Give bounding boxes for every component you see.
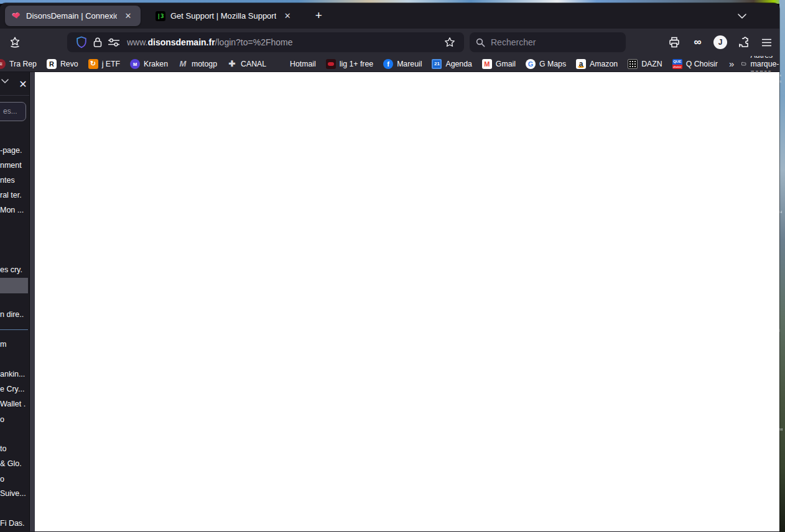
- sidebar-bookmark-item[interactable]: ankin...: [0, 370, 30, 379]
- relay-infinity-button[interactable]: ∞: [688, 33, 707, 52]
- revolut-icon: R: [47, 59, 57, 69]
- hamburger-menu-icon: [761, 39, 772, 47]
- bookmark-page-star-icon[interactable]: [442, 34, 458, 50]
- sidebar-bookmark-item[interactable]: m: [0, 340, 30, 349]
- sidebar-bookmark-item[interactable]: e Cry...: [0, 385, 30, 394]
- sidebar-bookmark-item[interactable]: es cry.: [0, 265, 30, 275]
- app-menu-button[interactable]: [757, 33, 776, 52]
- google-calendar-icon: 21: [432, 59, 442, 69]
- tab-bar: ❤ DisonsDemain | Connexion ✕ |3 Get Supp…: [0, 3, 779, 29]
- url-text[interactable]: www.disonsdemain.fr/login?to=%2Fhome: [127, 37, 442, 47]
- bookmarks-sidebar: ✕ es... -page. nment ntes ral ter. Mon .…: [0, 72, 30, 531]
- sidebar-bookmark-item[interactable]: Fi Das.: [0, 519, 30, 528]
- bookmark-hotmail[interactable]: Hotmail: [271, 57, 321, 71]
- bookmark-mareuil[interactable]: fMareuil: [378, 57, 427, 71]
- sidebar-splitter[interactable]: [30, 72, 35, 531]
- sidebar-bookmark-item[interactable]: ntes: [0, 176, 30, 185]
- gmail-icon: M: [482, 59, 492, 69]
- bookmark-label: Mareuil: [397, 60, 422, 68]
- bookmark-dazn[interactable]: DAZN: [623, 57, 667, 71]
- bookmark-justetf[interactable]: ↻j ETF: [83, 57, 125, 71]
- infinity-icon: ∞: [694, 36, 700, 48]
- wallpaper-text-fragment: H: [779, 210, 785, 214]
- sidebar-bookmark-item[interactable]: nment: [0, 161, 30, 170]
- bookmarks-menu-button[interactable]: [6, 33, 24, 52]
- tab-mozilla-support[interactable]: |3 Get Support | Mozilla Support ✕: [149, 6, 300, 26]
- sidebar-bookmark-item[interactable]: ral ter.: [0, 191, 30, 200]
- kraken-icon: ᴍ: [130, 59, 140, 69]
- bookmark-ligue1-free[interactable]: lig 1+ free: [321, 57, 378, 71]
- sidebar-bookmark-item[interactable]: to: [0, 444, 30, 454]
- ligue1-icon: [326, 59, 336, 69]
- facebook-icon: f: [383, 59, 393, 69]
- print-button[interactable]: [665, 33, 684, 52]
- motogp-icon: M: [178, 59, 188, 69]
- puzzle-piece-icon: [738, 37, 750, 48]
- other-bookmarks-button[interactable]: Autres marque-pages: [740, 56, 779, 72]
- bookmark-gmail[interactable]: MGmail: [477, 57, 521, 71]
- bookmark-google-maps[interactable]: GG Maps: [521, 57, 571, 71]
- tab-close-icon[interactable]: ✕: [281, 10, 294, 22]
- account-button[interactable]: J: [711, 33, 730, 52]
- sidebar-bookmark-item[interactable]: Suive...: [0, 489, 30, 498]
- justetf-icon: ↻: [88, 59, 98, 69]
- wallpaper-text-fragment: lt: [779, 80, 785, 83]
- bookmark-label: Tra Rep: [9, 60, 37, 68]
- sidebar-search-input[interactable]: es...: [0, 102, 26, 121]
- lock-icon[interactable]: [90, 34, 106, 50]
- bookmark-label: j ETF: [102, 60, 120, 68]
- sidebar-close-button[interactable]: ✕: [16, 77, 30, 91]
- sidebar-bookmark-item[interactable]: Mon ...: [0, 206, 30, 215]
- tracking-protection-shield-icon[interactable]: [73, 34, 90, 50]
- sidebar-bookmark-item[interactable]: o: [0, 475, 30, 484]
- bookmark-amazon[interactable]: aAmazon: [571, 57, 623, 71]
- bookmark-kraken[interactable]: ᴍKraken: [125, 57, 173, 71]
- chevron-down-icon: [1, 79, 9, 83]
- sidebar-bookmark-item[interactable]: Wallet .: [0, 400, 30, 409]
- sidebar-switcher-button[interactable]: [1, 79, 9, 83]
- bookmark-label: motogp: [192, 60, 217, 68]
- bookmark-label: Q Choisir: [686, 60, 718, 68]
- bookmark-label: Hotmail: [290, 60, 316, 68]
- bookmark-label: Gmail: [496, 60, 516, 68]
- sidebar-selected-item[interactable]: [0, 278, 28, 293]
- sidebar-bookmark-item[interactable]: n dire..: [0, 310, 30, 319]
- tab-disonsdemain[interactable]: ❤ DisonsDemain | Connexion ✕: [5, 6, 141, 26]
- bookmark-canal-plus[interactable]: ✚CANAL: [222, 57, 271, 71]
- que-choisir-icon: QUEchoisir: [672, 59, 682, 69]
- bookmark-que-choisir[interactable]: QUEchoisirQ Choisir: [667, 57, 723, 71]
- dazn-icon: [628, 59, 638, 69]
- extensions-button[interactable]: [734, 33, 753, 52]
- trade-republic-icon: ≈: [0, 59, 6, 69]
- bookmarks-overflow-button[interactable]: »: [723, 58, 740, 69]
- bookmark-agenda[interactable]: 21Agenda: [427, 57, 476, 71]
- heart-favicon-icon: ❤: [11, 11, 21, 21]
- microsoft-icon: [276, 59, 286, 69]
- tab-close-icon[interactable]: ✕: [122, 10, 134, 22]
- bookmark-trade-republic[interactable]: ≈Tra Rep: [0, 57, 42, 71]
- permissions-sliders-icon[interactable]: [106, 34, 122, 50]
- tab-title: Get Support | Mozilla Support: [170, 11, 276, 21]
- browser-window: ❤ DisonsDemain | Connexion ✕ |3 Get Supp…: [0, 3, 779, 532]
- amazon-icon: a: [576, 59, 586, 69]
- sidebar-header: ✕: [0, 72, 30, 96]
- list-all-tabs-button[interactable]: [735, 10, 750, 22]
- new-tab-button[interactable]: +: [310, 7, 327, 25]
- bookmark-label: DAZN: [641, 60, 662, 68]
- navigation-toolbar: www.disonsdemain.fr/login?to=%2Fhome Rec…: [0, 29, 779, 56]
- search-bar[interactable]: Rechercher: [470, 32, 626, 52]
- bookmark-star-tray-icon: [9, 36, 21, 48]
- url-bar[interactable]: www.disonsdemain.fr/login?to=%2Fhome: [67, 32, 464, 52]
- chevron-down-icon: [738, 14, 746, 19]
- sidebar-bookmark-item[interactable]: -page.: [0, 146, 30, 155]
- avatar: J: [713, 35, 727, 49]
- sidebar-bookmark-item[interactable]: o: [0, 415, 30, 424]
- page-content-blank: [35, 72, 779, 531]
- content-area: ✕ es... -page. nment ntes ral ter. Mon .…: [0, 72, 779, 531]
- wallpaper-text-fragment: M: [779, 428, 785, 431]
- bookmark-motogp[interactable]: Mmotogp: [173, 57, 222, 71]
- bookmarks-toolbar: ≈Tra Rep RRevo ↻j ETF ᴍKraken Mmotogp ✚C…: [0, 56, 779, 72]
- bookmark-revolut[interactable]: RRevo: [42, 57, 83, 71]
- canal-plus-icon: ✚: [227, 59, 237, 69]
- sidebar-bookmark-item[interactable]: & Glo.: [0, 459, 30, 469]
